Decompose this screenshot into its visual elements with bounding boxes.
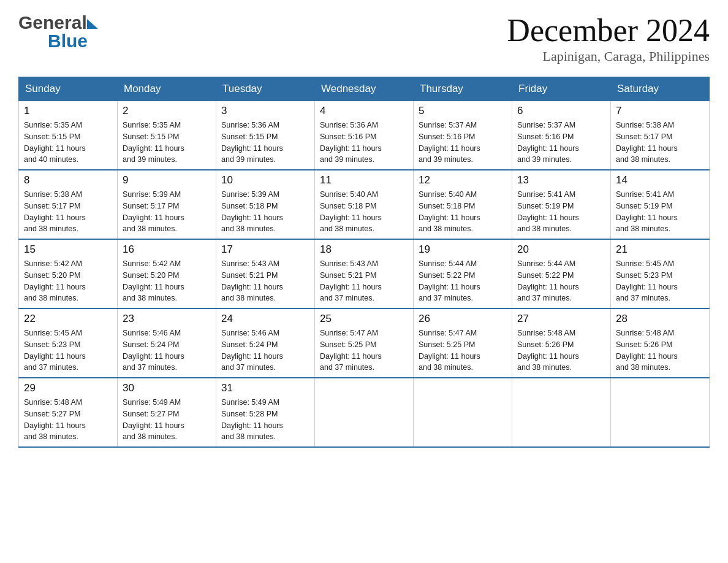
day-number: 18 [320,243,408,256]
calendar-cell: 10Sunrise: 5:39 AMSunset: 5:18 PMDayligh… [216,170,315,239]
day-info: Sunrise: 5:48 AMSunset: 5:26 PMDaylight:… [517,327,605,373]
day-number: 11 [320,174,408,186]
calendar-header-friday: Friday [512,77,611,101]
day-number: 17 [221,243,309,256]
day-info: Sunrise: 5:35 AMSunset: 5:15 PMDaylight:… [24,120,112,166]
calendar-cell [414,378,512,447]
day-info: Sunrise: 5:38 AMSunset: 5:17 PMDaylight:… [24,189,112,235]
calendar-header-sunday: Sunday [19,77,118,101]
day-number: 29 [24,382,112,394]
day-number: 30 [123,382,211,394]
calendar-cell: 1Sunrise: 5:35 AMSunset: 5:15 PMDaylight… [19,101,118,170]
day-number: 13 [517,174,605,186]
day-info: Sunrise: 5:45 AMSunset: 5:23 PMDaylight:… [24,327,112,373]
day-info: Sunrise: 5:44 AMSunset: 5:22 PMDaylight:… [419,258,507,304]
day-number: 15 [24,243,112,256]
logo: General Blue [18,12,98,52]
calendar-week-row: 22Sunrise: 5:45 AMSunset: 5:23 PMDayligh… [19,308,710,378]
title-block: December 2024 Lapinigan, Caraga, Philipp… [507,12,710,64]
calendar-cell: 6Sunrise: 5:37 AMSunset: 5:16 PMDaylight… [512,101,611,170]
day-info: Sunrise: 5:46 AMSunset: 5:24 PMDaylight:… [123,327,211,373]
calendar-cell: 18Sunrise: 5:43 AMSunset: 5:21 PMDayligh… [315,239,414,308]
location-text: Lapinigan, Caraga, Philippines [507,48,710,64]
day-info: Sunrise: 5:36 AMSunset: 5:16 PMDaylight:… [320,120,408,166]
calendar-cell: 8Sunrise: 5:38 AMSunset: 5:17 PMDaylight… [19,170,118,239]
day-info: Sunrise: 5:45 AMSunset: 5:23 PMDaylight:… [616,258,704,304]
calendar-cell: 5Sunrise: 5:37 AMSunset: 5:16 PMDaylight… [414,101,512,170]
logo-blue-text: Blue [48,31,88,52]
day-number: 19 [419,243,507,256]
calendar-cell: 2Sunrise: 5:35 AMSunset: 5:15 PMDaylight… [118,101,216,170]
calendar-cell: 23Sunrise: 5:46 AMSunset: 5:24 PMDayligh… [118,308,216,378]
calendar-cell: 26Sunrise: 5:47 AMSunset: 5:25 PMDayligh… [414,308,512,378]
page-header: General Blue December 2024 Lapinigan, Ca… [18,12,710,64]
calendar-week-row: 15Sunrise: 5:42 AMSunset: 5:20 PMDayligh… [19,239,710,308]
day-number: 2 [123,105,211,117]
day-number: 4 [320,105,408,117]
day-info: Sunrise: 5:37 AMSunset: 5:16 PMDaylight:… [517,120,605,166]
day-number: 3 [221,105,309,117]
day-number: 24 [221,313,309,325]
calendar-cell [315,378,414,447]
day-number: 25 [320,313,408,325]
day-info: Sunrise: 5:39 AMSunset: 5:17 PMDaylight:… [123,189,211,235]
calendar-header-wednesday: Wednesday [315,77,414,101]
day-number: 20 [517,243,605,256]
day-number: 31 [221,382,309,394]
calendar-week-row: 29Sunrise: 5:48 AMSunset: 5:27 PMDayligh… [19,378,710,447]
calendar-cell: 14Sunrise: 5:41 AMSunset: 5:19 PMDayligh… [611,170,710,239]
day-info: Sunrise: 5:43 AMSunset: 5:21 PMDaylight:… [320,258,408,304]
calendar-week-row: 8Sunrise: 5:38 AMSunset: 5:17 PMDaylight… [19,170,710,239]
calendar-cell: 19Sunrise: 5:44 AMSunset: 5:22 PMDayligh… [414,239,512,308]
calendar-cell: 13Sunrise: 5:41 AMSunset: 5:19 PMDayligh… [512,170,611,239]
calendar-table: SundayMondayTuesdayWednesdayThursdayFrid… [18,77,710,448]
day-number: 9 [123,174,211,186]
calendar-cell: 21Sunrise: 5:45 AMSunset: 5:23 PMDayligh… [611,239,710,308]
calendar-cell: 11Sunrise: 5:40 AMSunset: 5:18 PMDayligh… [315,170,414,239]
calendar-header-row: SundayMondayTuesdayWednesdayThursdayFrid… [19,77,710,101]
calendar-cell: 30Sunrise: 5:49 AMSunset: 5:27 PMDayligh… [118,378,216,447]
day-number: 8 [24,174,112,186]
calendar-cell: 31Sunrise: 5:49 AMSunset: 5:28 PMDayligh… [216,378,315,447]
day-info: Sunrise: 5:48 AMSunset: 5:27 PMDaylight:… [24,397,112,443]
day-info: Sunrise: 5:37 AMSunset: 5:16 PMDaylight:… [419,120,507,166]
day-info: Sunrise: 5:40 AMSunset: 5:18 PMDaylight:… [320,189,408,235]
day-info: Sunrise: 5:44 AMSunset: 5:22 PMDaylight:… [517,258,605,304]
day-info: Sunrise: 5:39 AMSunset: 5:18 PMDaylight:… [221,189,309,235]
day-info: Sunrise: 5:47 AMSunset: 5:25 PMDaylight:… [320,327,408,373]
calendar-cell: 16Sunrise: 5:42 AMSunset: 5:20 PMDayligh… [118,239,216,308]
calendar-cell: 4Sunrise: 5:36 AMSunset: 5:16 PMDaylight… [315,101,414,170]
calendar-cell: 12Sunrise: 5:40 AMSunset: 5:18 PMDayligh… [414,170,512,239]
calendar-cell: 29Sunrise: 5:48 AMSunset: 5:27 PMDayligh… [19,378,118,447]
day-info: Sunrise: 5:38 AMSunset: 5:17 PMDaylight:… [616,120,704,166]
calendar-cell: 7Sunrise: 5:38 AMSunset: 5:17 PMDaylight… [611,101,710,170]
day-info: Sunrise: 5:40 AMSunset: 5:18 PMDaylight:… [419,189,507,235]
calendar-cell: 3Sunrise: 5:36 AMSunset: 5:15 PMDaylight… [216,101,315,170]
day-info: Sunrise: 5:49 AMSunset: 5:28 PMDaylight:… [221,397,309,443]
calendar-cell: 9Sunrise: 5:39 AMSunset: 5:17 PMDaylight… [118,170,216,239]
day-number: 10 [221,174,309,186]
day-info: Sunrise: 5:42 AMSunset: 5:20 PMDaylight:… [123,258,211,304]
day-number: 23 [123,313,211,325]
day-info: Sunrise: 5:43 AMSunset: 5:21 PMDaylight:… [221,258,309,304]
day-info: Sunrise: 5:49 AMSunset: 5:27 PMDaylight:… [123,397,211,443]
calendar-cell: 27Sunrise: 5:48 AMSunset: 5:26 PMDayligh… [512,308,611,378]
day-number: 16 [123,243,211,256]
month-title: December 2024 [507,12,710,48]
day-info: Sunrise: 5:41 AMSunset: 5:19 PMDaylight:… [517,189,605,235]
calendar-cell [611,378,710,447]
day-info: Sunrise: 5:41 AMSunset: 5:19 PMDaylight:… [616,189,704,235]
day-info: Sunrise: 5:36 AMSunset: 5:15 PMDaylight:… [221,120,309,166]
day-number: 21 [616,243,704,256]
day-number: 7 [616,105,704,117]
day-info: Sunrise: 5:46 AMSunset: 5:24 PMDaylight:… [221,327,309,373]
calendar-header-tuesday: Tuesday [216,77,315,101]
day-number: 26 [419,313,507,325]
calendar-cell: 17Sunrise: 5:43 AMSunset: 5:21 PMDayligh… [216,239,315,308]
day-number: 28 [616,313,704,325]
calendar-header-monday: Monday [118,77,216,101]
day-info: Sunrise: 5:48 AMSunset: 5:26 PMDaylight:… [616,327,704,373]
day-number: 27 [517,313,605,325]
logo-triangle-icon [87,19,98,29]
day-number: 5 [419,105,507,117]
